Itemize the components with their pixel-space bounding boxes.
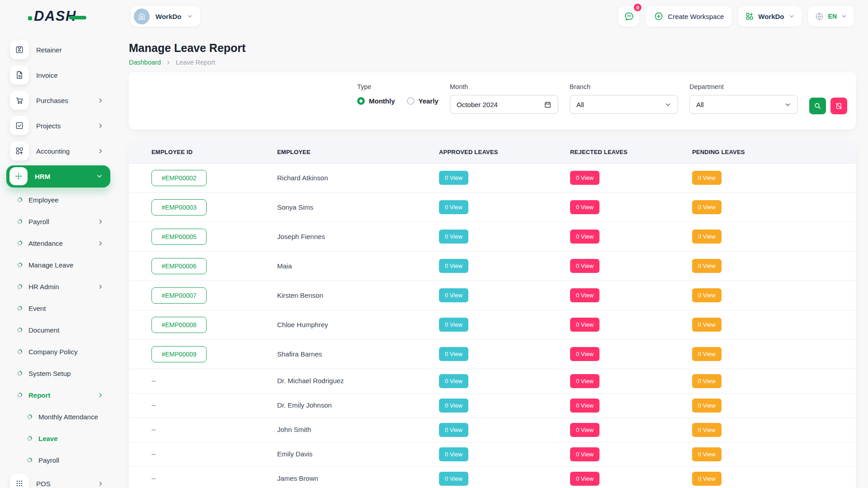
- sidebar-item-label: Attendance: [28, 239, 63, 247]
- approved-leaves-button[interactable]: 0 View: [439, 259, 468, 273]
- rejected-leaves-button[interactable]: 0 View: [570, 259, 599, 273]
- approved-leaves-button[interactable]: 0 View: [439, 318, 468, 332]
- sidebar-item-label: Leave: [38, 435, 58, 442]
- leave-report-table-card: EMPLOYEE ID EMPLOYEE APPROVED LEAVES REJ…: [129, 141, 856, 488]
- radio-monthly-label: Monthly: [369, 97, 395, 105]
- approved-leaves-button[interactable]: 0 View: [439, 399, 468, 413]
- pending-leaves-button[interactable]: 0 View: [692, 374, 722, 388]
- sidebar-item-projects[interactable]: Projects: [0, 113, 117, 138]
- sidebar-item-accounting[interactable]: Accounting: [0, 138, 117, 164]
- pending-leaves-button[interactable]: 0 View: [692, 472, 722, 486]
- employee-id-link[interactable]: #EMP00002: [151, 170, 207, 186]
- sidebar-item-manage-leave[interactable]: Manage Leave: [0, 254, 117, 276]
- sidebar-item-label: Monthly Attendance: [38, 413, 98, 421]
- radio-monthly[interactable]: Monthly: [357, 97, 395, 105]
- rejected-leaves-button[interactable]: 0 View: [570, 399, 599, 413]
- breadcrumb-dashboard-link[interactable]: Dashboard: [129, 59, 161, 66]
- sidebar-item-hr-admin[interactable]: HR Admin: [0, 276, 117, 297]
- sidebar-item-system-setup[interactable]: System Setup: [0, 362, 117, 384]
- sidebar-item-label: Document: [28, 326, 59, 334]
- rejected-leaves-button[interactable]: 0 View: [570, 472, 599, 486]
- rejected-leaves-button[interactable]: 0 View: [570, 230, 599, 244]
- employee-name: Sonya Sims: [277, 203, 313, 211]
- pending-leaves-button[interactable]: 0 View: [692, 423, 722, 437]
- rejected-leaves-button[interactable]: 0 View: [570, 423, 599, 437]
- col-employee: EMPLOYEE: [277, 141, 439, 163]
- table-row: #EMP00008Chloe Humphrey0 View0 View0 Vie…: [129, 310, 856, 339]
- rejected-leaves-button[interactable]: 0 View: [570, 288, 599, 302]
- sidebar-item-pos[interactable]: POS: [0, 471, 117, 488]
- sidebar-item-employee[interactable]: Employee: [0, 189, 117, 211]
- bullet-icon: [17, 263, 22, 267]
- employee-id-link[interactable]: #EMP00007: [151, 287, 207, 304]
- logo-dot-icon: [28, 16, 32, 20]
- pending-leaves-button[interactable]: 0 View: [692, 318, 722, 332]
- sidebar-item-event[interactable]: Event: [0, 297, 117, 319]
- pending-leaves-button[interactable]: 0 View: [692, 230, 722, 244]
- pending-leaves-button[interactable]: 0 View: [692, 347, 722, 361]
- pending-leaves-button[interactable]: 0 View: [692, 200, 722, 214]
- approved-leaves-button[interactable]: 0 View: [439, 347, 468, 361]
- employee-id-link[interactable]: #EMP00006: [151, 258, 207, 274]
- chevron-right-icon: [97, 148, 104, 155]
- sidebar-item-hrm[interactable]: HRM: [0, 164, 117, 189]
- branch-select[interactable]: All: [570, 95, 678, 114]
- employee-id-link[interactable]: #EMP00005: [151, 229, 207, 245]
- pending-leaves-button[interactable]: 0 View: [692, 399, 722, 413]
- approved-leaves-button[interactable]: 0 View: [439, 230, 468, 244]
- sidebar-item-leave[interactable]: Leave: [0, 427, 117, 449]
- table-row: #EMP00005Joseph Fiennes0 View0 View0 Vie…: [129, 222, 856, 251]
- radio-yearly[interactable]: Yearly: [407, 97, 439, 105]
- approved-leaves-button[interactable]: 0 View: [439, 423, 468, 437]
- approved-leaves-button[interactable]: 0 View: [439, 447, 468, 461]
- sidebar-item-report[interactable]: Report: [0, 384, 117, 406]
- search-button[interactable]: [809, 98, 826, 114]
- workspace-chip[interactable]: WorkDo: [130, 5, 201, 27]
- rejected-leaves-button[interactable]: 0 View: [570, 318, 599, 332]
- table-row: --Emily Davis0 View0 View0 View: [129, 442, 856, 466]
- pending-leaves-button[interactable]: 0 View: [692, 171, 722, 185]
- language-selector[interactable]: EN: [807, 5, 854, 27]
- messages-button[interactable]: 0: [618, 5, 640, 27]
- sidebar-item-label: Report: [28, 391, 50, 399]
- sidebar-item-document[interactable]: Document: [0, 319, 117, 341]
- rejected-leaves-button[interactable]: 0 View: [570, 171, 599, 185]
- pending-leaves-button[interactable]: 0 View: [692, 447, 722, 461]
- approved-leaves-button[interactable]: 0 View: [439, 288, 468, 302]
- sidebar-item-monthly-attendance[interactable]: Monthly Attendance: [0, 406, 117, 427]
- create-workspace-button[interactable]: Create Workspace: [645, 5, 732, 27]
- col-approved-leaves: APPROVED LEAVES: [439, 141, 570, 163]
- pending-leaves-button[interactable]: 0 View: [692, 288, 722, 302]
- table-row: --James Brown0 View0 View0 View: [129, 466, 856, 488]
- dash-logo[interactable]: DASH: [28, 8, 86, 24]
- rejected-leaves-button[interactable]: 0 View: [570, 200, 599, 214]
- department-select[interactable]: All: [689, 95, 798, 114]
- sidebar-item-label: Invoice: [36, 71, 58, 79]
- month-input[interactable]: October 2024: [450, 95, 558, 114]
- employee-id-link[interactable]: #EMP00008: [151, 317, 207, 333]
- rejected-leaves-button[interactable]: 0 View: [570, 447, 599, 461]
- sidebar-item-invoice[interactable]: Invoice: [0, 62, 117, 88]
- sidebar-item-attendance[interactable]: Attendance: [0, 232, 117, 254]
- chevron-down-icon: [784, 101, 791, 108]
- approved-leaves-button[interactable]: 0 View: [439, 472, 468, 486]
- bullet-icon: [27, 414, 32, 419]
- rejected-leaves-button[interactable]: 0 View: [570, 374, 599, 388]
- employee-id-link[interactable]: #EMP00009: [151, 346, 207, 362]
- employee-id-link[interactable]: #EMP00003: [151, 199, 207, 216]
- rejected-leaves-button[interactable]: 0 View: [570, 347, 599, 361]
- pending-leaves-button[interactable]: 0 View: [692, 259, 722, 273]
- approved-leaves-button[interactable]: 0 View: [439, 374, 468, 388]
- sidebar-item-payroll[interactable]: Payroll: [0, 449, 117, 471]
- reset-button[interactable]: [830, 98, 847, 114]
- approved-leaves-button[interactable]: 0 View: [439, 200, 468, 214]
- radio-unselected-icon: [407, 97, 415, 105]
- create-workspace-label: Create Workspace: [668, 13, 724, 20]
- sidebar-item-payroll[interactable]: Payroll: [0, 211, 117, 232]
- sidebar-item-retainer[interactable]: Retainer: [0, 37, 117, 62]
- workspace-switcher-button[interactable]: WorkDo: [738, 5, 802, 27]
- sidebar-item-purchases[interactable]: Purchases: [0, 88, 117, 113]
- approved-leaves-button[interactable]: 0 View: [439, 171, 468, 185]
- sidebar-item-company-policy[interactable]: Company Policy: [0, 341, 117, 362]
- bullet-icon: [17, 371, 22, 376]
